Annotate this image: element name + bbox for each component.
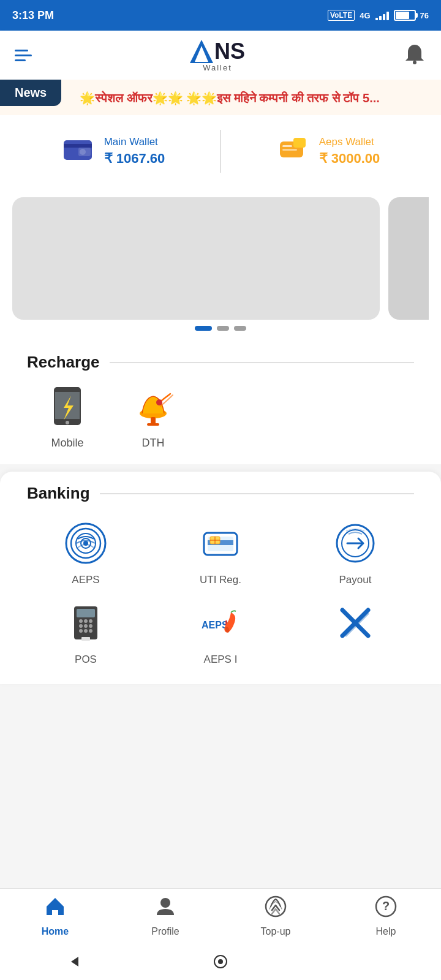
svg-rect-8	[293, 138, 306, 148]
svg-point-40	[89, 624, 92, 628]
carousel-card-1[interactable]	[12, 197, 380, 320]
svg-point-39	[84, 624, 88, 628]
svg-point-36	[84, 619, 88, 623]
home-icon	[44, 895, 66, 922]
recharge-line	[110, 362, 415, 363]
sys-back[interactable]	[65, 953, 82, 970]
sys-recent[interactable]	[359, 953, 376, 970]
aeps-label: AEPS	[72, 574, 99, 586]
banking-pos[interactable]: POS	[24, 598, 147, 666]
dth-label: DTH	[142, 437, 165, 450]
main-wallet[interactable]: Main Wallet ₹ 1067.60	[12, 132, 214, 171]
svg-point-15	[66, 421, 69, 424]
sys-home[interactable]	[212, 953, 229, 970]
svg-point-24	[83, 541, 88, 546]
status-time: 3:13 PM	[12, 9, 54, 22]
battery-icon: 76	[394, 10, 429, 21]
mobile-icon	[43, 382, 92, 431]
bottom-nav: Home Profile Top-up ?	[0, 888, 441, 943]
uti-icon	[196, 519, 245, 568]
svg-rect-34	[77, 609, 95, 617]
topup-icon	[265, 895, 287, 922]
status-right: VoLTE 4G 76	[328, 10, 429, 21]
x-icon	[331, 598, 380, 647]
news-ticker: 🌟स्पेशल ऑफर🌟🌟 🌟🌟इस महिने कम्पनी की तरफ स…	[0, 85, 441, 110]
carousel-container[interactable]	[12, 197, 429, 320]
svg-point-51	[160, 898, 170, 908]
nav-topup-label: Top-up	[261, 926, 291, 937]
status-bar: 3:13 PM VoLTE 4G 76	[0, 0, 441, 31]
svg-rect-44	[81, 637, 90, 641]
news-section: News 🌟स्पेशल ऑफर🌟🌟 🌟🌟इस महिने कम्पनी की …	[0, 80, 441, 115]
nav-topup[interactable]: Top-up	[221, 895, 331, 937]
svg-point-41	[79, 629, 83, 633]
battery-level: 76	[420, 11, 429, 20]
banking-aeps[interactable]: AEPS	[24, 519, 147, 586]
payout-label: Payout	[339, 574, 372, 586]
payout-icon	[331, 519, 380, 568]
svg-point-38	[79, 624, 83, 628]
svg-point-35	[79, 619, 83, 623]
app-header: NS Wallet	[0, 31, 441, 80]
svg-rect-4	[64, 144, 92, 148]
aepsi-label: AEPS I	[204, 654, 238, 666]
nav-home[interactable]: Home	[0, 895, 110, 937]
volt-indicator: VoLTE	[328, 10, 355, 21]
bell-icon	[403, 42, 426, 66]
wallet-divider	[220, 130, 221, 173]
menu-button[interactable]	[15, 50, 32, 61]
banking-section: Banking AEPS	[0, 472, 441, 684]
nav-profile-label: Profile	[151, 926, 179, 937]
uti-label: UTI Reg.	[200, 574, 241, 586]
system-nav	[0, 943, 441, 980]
dot-3	[234, 326, 246, 331]
signal-icon	[375, 10, 389, 20]
dot-1	[195, 326, 212, 331]
recharge-title: Recharge	[27, 353, 100, 372]
person-icon	[154, 895, 176, 922]
banking-aepsi[interactable]: AEPS I AEPS I	[159, 598, 282, 666]
svg-point-43	[89, 629, 92, 633]
banking-x[interactable]	[294, 598, 417, 666]
svg-rect-9	[282, 145, 292, 147]
help-icon: ?	[375, 895, 397, 922]
banking-uti[interactable]: UTI Reg.	[159, 519, 282, 586]
svg-point-57	[218, 959, 223, 964]
main-wallet-icon	[61, 132, 94, 171]
svg-point-19	[156, 399, 162, 405]
notification-button[interactable]	[403, 42, 426, 68]
banking-payout[interactable]: Payout	[294, 519, 417, 586]
pos-icon	[61, 598, 110, 647]
banner-carousel	[0, 187, 441, 341]
nav-help-label: Help	[376, 926, 396, 937]
main-wallet-name: Main Wallet	[104, 136, 165, 148]
dot-2	[217, 326, 229, 331]
svg-point-6	[80, 149, 86, 155]
aeps-wallet-name: Aeps Wallet	[319, 136, 380, 148]
main-wallet-amount: ₹ 1067.60	[104, 151, 165, 167]
nav-home-label: Home	[42, 926, 69, 937]
service-dth[interactable]: DTH	[123, 382, 184, 450]
svg-point-2	[413, 61, 417, 64]
logo-v-icon	[190, 39, 213, 64]
svg-rect-10	[282, 149, 297, 151]
svg-point-37	[89, 619, 92, 623]
banking-header: Banking	[12, 472, 429, 513]
news-badge: News	[0, 80, 61, 106]
aeps-wallet-amount: ₹ 3000.00	[319, 151, 380, 167]
wallet-section: Main Wallet ₹ 1067.60 Aeps Wallet ₹ 3000…	[0, 115, 441, 187]
dth-icon	[129, 382, 178, 431]
recharge-section: Recharge Mobile	[0, 341, 441, 464]
nav-profile[interactable]: Profile	[110, 895, 221, 937]
banking-title: Banking	[27, 484, 90, 503]
news-text: 🌟स्पेशल ऑफर🌟🌟 🌟🌟इस महिने कम्पनी की तरफ स…	[80, 91, 380, 105]
carousel-dots	[12, 320, 429, 336]
network-type: 4G	[360, 11, 370, 20]
carousel-card-2[interactable]	[388, 197, 429, 320]
svg-marker-55	[71, 957, 78, 967]
service-mobile[interactable]: Mobile	[37, 382, 98, 450]
pos-label: POS	[75, 654, 97, 666]
aeps-wallet[interactable]: Aeps Wallet ₹ 3000.00	[227, 132, 429, 171]
aeps-wallet-icon	[276, 132, 309, 171]
nav-help[interactable]: ? Help	[331, 895, 441, 937]
